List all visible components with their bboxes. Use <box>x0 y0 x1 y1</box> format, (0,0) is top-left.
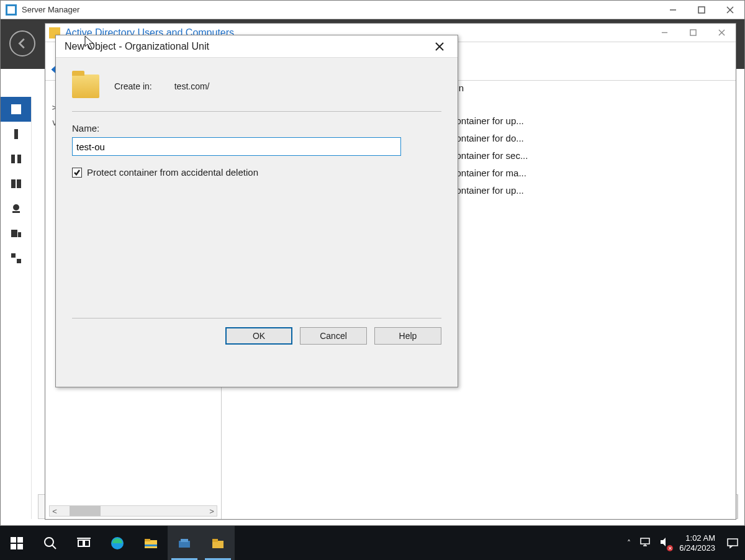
create-in-label: Create in: <box>114 81 152 91</box>
search-button[interactable] <box>34 526 67 560</box>
svg-rect-41 <box>641 538 649 544</box>
svg-point-10 <box>13 204 19 210</box>
server-manager-nav <box>1 97 32 519</box>
aduc-maximize-button[interactable] <box>679 24 707 42</box>
svg-rect-15 <box>17 259 21 263</box>
list-item[interactable]: container for up... <box>451 182 528 199</box>
nav-all-servers[interactable] <box>1 147 31 171</box>
svg-rect-7 <box>17 155 21 163</box>
svg-rect-26 <box>11 544 16 549</box>
dialog-close-button[interactable] <box>430 37 449 56</box>
svg-rect-13 <box>18 232 21 237</box>
maximize-button[interactable] <box>687 1 716 19</box>
svg-rect-31 <box>84 540 89 546</box>
nav-local-server[interactable] <box>1 122 31 147</box>
ok-button[interactable]: OK <box>225 327 292 345</box>
svg-point-28 <box>45 538 53 546</box>
list-item[interactable]: container for do... <box>451 130 528 147</box>
svg-rect-27 <box>17 544 23 549</box>
back-button[interactable] <box>9 30 35 56</box>
svg-rect-45 <box>728 539 738 546</box>
server-manager-icon <box>6 4 17 16</box>
ou-folder-icon <box>72 75 99 98</box>
aduc-minimize-button[interactable] <box>650 24 679 42</box>
svg-line-29 <box>52 545 56 549</box>
server-manager-title: Server Manager <box>22 5 79 14</box>
name-label: Name: <box>72 123 441 133</box>
svg-marker-44 <box>661 538 666 546</box>
svg-rect-14 <box>11 253 16 258</box>
aduc-close-button[interactable] <box>707 24 736 42</box>
svg-rect-5 <box>14 129 18 139</box>
svg-rect-24 <box>11 537 16 543</box>
action-center-button[interactable] <box>720 526 745 560</box>
dialog-title: New Object - Organizational Unit <box>65 41 209 52</box>
svg-rect-4 <box>11 104 21 114</box>
svg-rect-8 <box>11 179 16 188</box>
tree-horizontal-scrollbar[interactable]: < > <box>49 505 217 517</box>
nav-dashboard[interactable] <box>1 97 31 122</box>
taskbar-aduc[interactable] <box>201 526 235 560</box>
taskbar-clock[interactable]: 1:02 AM 6/24/2023 <box>679 533 715 553</box>
svg-rect-6 <box>11 155 15 163</box>
svg-rect-38 <box>181 539 188 542</box>
taskbar-server-manager[interactable] <box>168 526 201 560</box>
list-item[interactable]: container for ma... <box>451 165 528 182</box>
svg-rect-35 <box>145 539 150 541</box>
server-manager-titlebar[interactable]: Server Manager <box>1 1 744 19</box>
create-in-path: test.com/ <box>174 81 210 91</box>
protect-label: Protect container from accidental deleti… <box>87 167 258 178</box>
name-input[interactable] <box>72 137 401 156</box>
svg-rect-36 <box>145 544 157 546</box>
scroll-thumb[interactable] <box>70 506 101 516</box>
scroll-left-arrow[interactable]: < <box>50 507 60 516</box>
tray-chevron-icon[interactable]: ˄ <box>627 539 631 548</box>
new-ou-dialog: New Object - Organizational Unit Create … <box>55 35 458 387</box>
start-button[interactable] <box>0 526 34 560</box>
list-rows: container for up... container for do... … <box>451 112 528 199</box>
svg-rect-40 <box>212 539 218 542</box>
taskbar-edge[interactable] <box>101 526 134 560</box>
dialog-titlebar[interactable]: New Object - Organizational Unit <box>56 35 458 58</box>
volume-icon[interactable]: ✕ <box>659 536 670 549</box>
taskbar: ˄ ✕ 1:02 AM 6/24/2023 <box>0 526 745 560</box>
divider <box>72 111 441 112</box>
svg-rect-11 <box>12 211 20 213</box>
svg-rect-9 <box>17 179 21 188</box>
protect-checkbox[interactable] <box>72 168 82 178</box>
nav-file-services[interactable] <box>1 221 31 246</box>
svg-rect-1 <box>698 7 705 13</box>
scroll-right-arrow[interactable]: > <box>207 507 217 516</box>
close-button[interactable] <box>716 1 744 19</box>
svg-rect-25 <box>17 537 23 543</box>
minimize-button[interactable] <box>659 1 687 19</box>
list-item[interactable]: container for sec... <box>451 147 528 165</box>
clock-time: 1:02 AM <box>679 533 715 543</box>
help-button[interactable]: Help <box>374 327 441 345</box>
svg-rect-17 <box>690 30 695 35</box>
task-view-button[interactable] <box>67 526 101 560</box>
svg-rect-12 <box>11 230 17 237</box>
clock-date: 6/24/2023 <box>679 543 715 553</box>
svg-rect-30 <box>78 540 83 546</box>
nav-dns[interactable] <box>1 196 31 221</box>
list-item[interactable]: container for up... <box>451 112 528 130</box>
system-tray[interactable]: ˄ ✕ 1:02 AM 6/24/2023 <box>627 533 720 553</box>
nav-ad-ds[interactable] <box>1 171 31 196</box>
nav-item-6[interactable] <box>1 246 31 271</box>
cancel-button[interactable]: Cancel <box>300 327 367 345</box>
taskbar-file-explorer[interactable] <box>134 526 168 560</box>
network-icon[interactable] <box>639 536 651 549</box>
